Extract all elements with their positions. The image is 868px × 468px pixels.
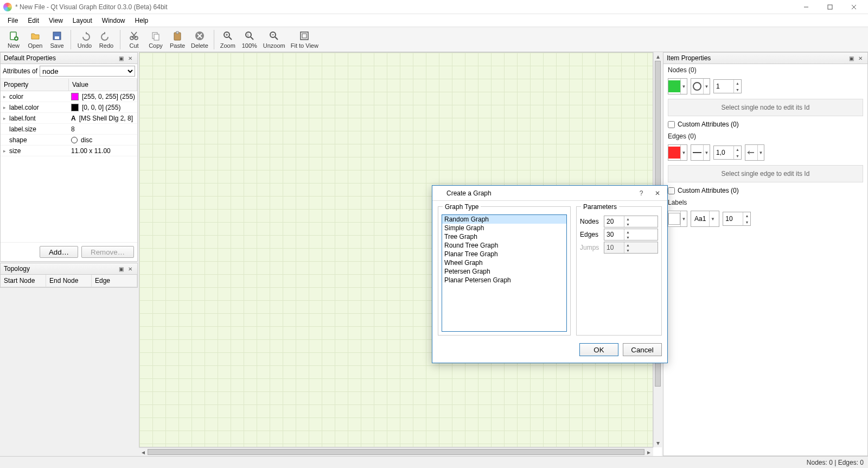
property-value[interactable]: 11.00 x 11.00 bbox=[69, 147, 137, 155]
property-row[interactable]: ▸label.fontA[MS Shell Dlg 2, 8] bbox=[1, 113, 137, 124]
close-panel-icon[interactable]: ✕ bbox=[857, 54, 864, 62]
close-button[interactable] bbox=[842, 0, 866, 14]
graph-type-item[interactable]: Round Tree Graph bbox=[442, 241, 566, 250]
save-button[interactable]: Save bbox=[47, 28, 67, 51]
add-property-button[interactable]: Add… bbox=[40, 246, 78, 258]
close-panel-icon[interactable]: ✕ bbox=[126, 265, 134, 273]
step-down-icon[interactable]: ▼ bbox=[743, 219, 750, 225]
graph-type-item[interactable]: Simple Graph bbox=[442, 224, 566, 232]
expand-icon[interactable]: ▸ bbox=[1, 94, 8, 99]
edges-input[interactable] bbox=[604, 229, 624, 240]
edge-custom-attrs-checkbox[interactable] bbox=[668, 187, 675, 194]
expand-icon[interactable]: ▸ bbox=[1, 148, 8, 154]
label-font-button[interactable]: Aa1 ▼ bbox=[691, 211, 719, 227]
cancel-button[interactable]: Cancel bbox=[623, 343, 662, 356]
property-value[interactable]: disc bbox=[69, 136, 137, 144]
menu-layout[interactable]: Layout bbox=[68, 15, 97, 26]
open-button[interactable]: Open bbox=[25, 28, 46, 51]
close-panel-icon[interactable]: ✕ bbox=[126, 54, 134, 62]
help-icon[interactable]: ? bbox=[635, 187, 648, 200]
menu-help[interactable]: Help bbox=[131, 15, 153, 26]
remove-property-button[interactable]: Remove… bbox=[81, 246, 134, 258]
menu-file[interactable]: File bbox=[3, 15, 22, 26]
redo-button[interactable]: Redo bbox=[96, 28, 117, 51]
nodes-stepper[interactable]: ▲▼ bbox=[604, 216, 658, 227]
node-fill-color-button[interactable]: ▼ bbox=[668, 78, 687, 94]
property-row[interactable]: ▸label.color[0, 0, 0] (255) bbox=[1, 102, 137, 113]
chevron-down-icon: ▼ bbox=[680, 79, 687, 94]
undock-icon[interactable]: ▣ bbox=[847, 54, 855, 62]
nodes-input[interactable] bbox=[604, 216, 624, 227]
topology-col-start[interactable]: Start Node bbox=[1, 275, 46, 287]
step-down-icon: ▼ bbox=[624, 248, 631, 253]
step-up-icon[interactable]: ▲ bbox=[624, 216, 631, 222]
label-size-input[interactable] bbox=[723, 212, 743, 225]
step-up-icon[interactable]: ▲ bbox=[743, 212, 750, 219]
edge-style-button[interactable]: ▼ bbox=[691, 144, 710, 161]
step-down-icon[interactable]: ▼ bbox=[734, 153, 741, 159]
menu-view[interactable]: View bbox=[44, 15, 67, 26]
ok-button[interactable]: OK bbox=[579, 343, 618, 356]
step-down-icon[interactable]: ▼ bbox=[734, 86, 741, 93]
minimize-button[interactable] bbox=[794, 0, 818, 14]
undock-icon[interactable]: ▣ bbox=[117, 54, 125, 62]
maximize-button[interactable] bbox=[818, 0, 842, 14]
delete-button[interactable]: Delete bbox=[189, 28, 210, 51]
edge-arrow-button[interactable]: ▼ bbox=[745, 144, 764, 161]
close-icon[interactable]: ✕ bbox=[651, 187, 664, 200]
graph-type-item[interactable]: Planar Petersen Graph bbox=[442, 276, 566, 284]
property-row[interactable]: ▸size11.00 x 11.00 bbox=[1, 146, 137, 156]
cut-button[interactable]: Cut bbox=[124, 28, 144, 51]
copy-button[interactable]: Copy bbox=[145, 28, 166, 51]
property-value[interactable]: [255, 0, 255] (255) bbox=[69, 93, 137, 100]
undock-icon[interactable]: ▣ bbox=[117, 265, 125, 273]
node-custom-attrs-checkbox[interactable] bbox=[668, 121, 675, 128]
edge-color-button[interactable]: ▼ bbox=[668, 144, 687, 161]
graph-type-item[interactable]: Tree Graph bbox=[442, 232, 566, 241]
graph-type-item[interactable]: Wheel Graph bbox=[442, 258, 566, 267]
property-value[interactable]: 8 bbox=[69, 125, 137, 133]
node-shape-button[interactable]: ▼ bbox=[691, 78, 710, 94]
new-button[interactable]: New bbox=[3, 28, 24, 51]
label-size-stepper[interactable]: ▲▼ bbox=[723, 212, 751, 226]
attributes-of-select[interactable]: node bbox=[40, 66, 135, 77]
property-value[interactable]: A[MS Shell Dlg 2, 8] bbox=[69, 115, 137, 122]
paste-button[interactable]: Paste bbox=[167, 28, 188, 51]
zoom-button[interactable]: Zoom bbox=[218, 28, 238, 51]
label-color-button[interactable]: ▼ bbox=[668, 211, 687, 227]
topology-col-end[interactable]: End Node bbox=[46, 275, 92, 287]
node-stroke-input[interactable] bbox=[714, 80, 733, 93]
horizontal-scrollbar[interactable]: ◂ ▸ bbox=[139, 447, 653, 456]
fit-to-view-button[interactable]: Fit to View bbox=[289, 28, 321, 51]
menu-edit[interactable]: Edit bbox=[23, 15, 43, 26]
step-up-icon[interactable]: ▲ bbox=[624, 229, 631, 235]
property-row[interactable]: shapedisc bbox=[1, 135, 137, 146]
property-row[interactable]: label.size8 bbox=[1, 124, 137, 135]
expand-icon[interactable]: ▸ bbox=[1, 116, 8, 121]
step-up-icon[interactable]: ▲ bbox=[734, 80, 741, 86]
graph-type-list[interactable]: Random GraphSimple GraphTree GraphRound … bbox=[442, 214, 567, 332]
100--button[interactable]: 1100% bbox=[239, 28, 260, 51]
scroll-up-icon[interactable]: ▴ bbox=[654, 52, 662, 61]
scroll-right-icon[interactable]: ▸ bbox=[644, 448, 653, 457]
graph-type-item[interactable]: Random Graph bbox=[442, 215, 566, 224]
graph-type-item[interactable]: Planar Tree Graph bbox=[442, 250, 566, 258]
edges-stepper[interactable]: ▲▼ bbox=[604, 229, 658, 241]
step-down-icon[interactable]: ▼ bbox=[624, 235, 631, 240]
scroll-down-icon[interactable]: ▾ bbox=[654, 439, 662, 447]
menu-window[interactable]: Window bbox=[98, 15, 130, 26]
graph-type-item[interactable]: Petersen Graph bbox=[442, 267, 566, 276]
step-up-icon[interactable]: ▲ bbox=[734, 146, 741, 153]
topology-col-edge[interactable]: Edge bbox=[92, 275, 137, 287]
node-stroke-stepper[interactable]: ▲▼ bbox=[713, 79, 742, 93]
attributes-of-label: Attributes of bbox=[3, 67, 37, 75]
unzoom-button[interactable]: Unzoom bbox=[261, 28, 288, 51]
expand-icon[interactable]: ▸ bbox=[1, 105, 8, 110]
undo-button[interactable]: Undo bbox=[74, 28, 95, 51]
scroll-left-icon[interactable]: ◂ bbox=[139, 448, 148, 457]
step-down-icon[interactable]: ▼ bbox=[624, 222, 631, 227]
property-row[interactable]: ▸color[255, 0, 255] (255) bbox=[1, 91, 137, 102]
edge-width-input[interactable] bbox=[714, 146, 733, 159]
edge-width-stepper[interactable]: ▲▼ bbox=[713, 146, 742, 160]
property-value[interactable]: [0, 0, 0] (255) bbox=[69, 104, 137, 111]
